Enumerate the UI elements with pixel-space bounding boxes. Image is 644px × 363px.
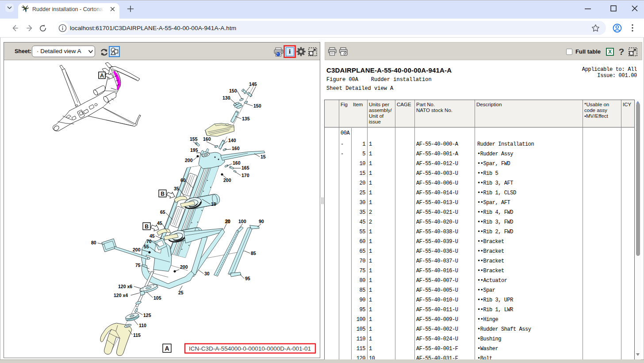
svg-text:45: 45 bbox=[157, 220, 162, 226]
svg-text:170: 170 bbox=[242, 173, 249, 178]
svg-text:60: 60 bbox=[180, 178, 186, 183]
svg-text:90: 90 bbox=[259, 219, 264, 224]
svg-text:105: 105 bbox=[153, 295, 161, 301]
svg-text:200: 200 bbox=[223, 178, 231, 183]
svg-text:30: 30 bbox=[204, 271, 210, 276]
svg-text:A: A bbox=[165, 345, 169, 352]
svg-text:35: 35 bbox=[174, 186, 179, 191]
svg-text:80: 80 bbox=[91, 240, 96, 245]
svg-text:B: B bbox=[145, 224, 149, 230]
svg-text:200: 200 bbox=[180, 264, 188, 270]
svg-text:20: 20 bbox=[225, 219, 230, 224]
svg-text:75: 75 bbox=[135, 263, 141, 268]
svg-text:25: 25 bbox=[178, 290, 184, 295]
svg-text:65: 65 bbox=[160, 209, 165, 215]
svg-text:120 x4: 120 x4 bbox=[114, 293, 128, 298]
svg-text:135: 135 bbox=[242, 116, 250, 121]
svg-text:200: 200 bbox=[133, 247, 141, 252]
svg-text:95: 95 bbox=[245, 276, 250, 281]
svg-text:155: 155 bbox=[190, 136, 198, 142]
svg-text:200: 200 bbox=[185, 158, 193, 163]
svg-text:70: 70 bbox=[146, 239, 152, 244]
svg-text:100: 100 bbox=[238, 219, 246, 224]
svg-text:45: 45 bbox=[150, 233, 155, 239]
svg-text:A: A bbox=[100, 73, 104, 79]
svg-text:85: 85 bbox=[251, 251, 256, 256]
svg-text:120 x6: 120 x6 bbox=[118, 284, 132, 289]
svg-text:150: 150 bbox=[229, 88, 237, 93]
svg-text:160: 160 bbox=[233, 160, 241, 166]
svg-text:115: 115 bbox=[133, 332, 141, 338]
svg-text:160: 160 bbox=[232, 146, 240, 151]
svg-text:15: 15 bbox=[261, 154, 266, 159]
svg-text:195: 195 bbox=[190, 147, 198, 153]
svg-text:55: 55 bbox=[144, 244, 149, 249]
svg-text:140: 140 bbox=[228, 138, 236, 143]
svg-text:165: 165 bbox=[242, 165, 249, 170]
svg-text:150: 150 bbox=[253, 103, 261, 108]
svg-text:110: 110 bbox=[139, 323, 146, 328]
svg-text:125: 125 bbox=[143, 313, 151, 318]
svg-text:145: 145 bbox=[249, 81, 257, 87]
svg-text:130: 130 bbox=[222, 95, 230, 100]
svg-text:10: 10 bbox=[211, 201, 216, 207]
svg-text:160: 160 bbox=[203, 136, 211, 142]
svg-text:ICN-C3D-A-554000-0-00010-0000D: ICN-C3D-A-554000-0-00010-0000D-A-001-01 bbox=[189, 345, 311, 352]
svg-text:B: B bbox=[161, 191, 165, 197]
